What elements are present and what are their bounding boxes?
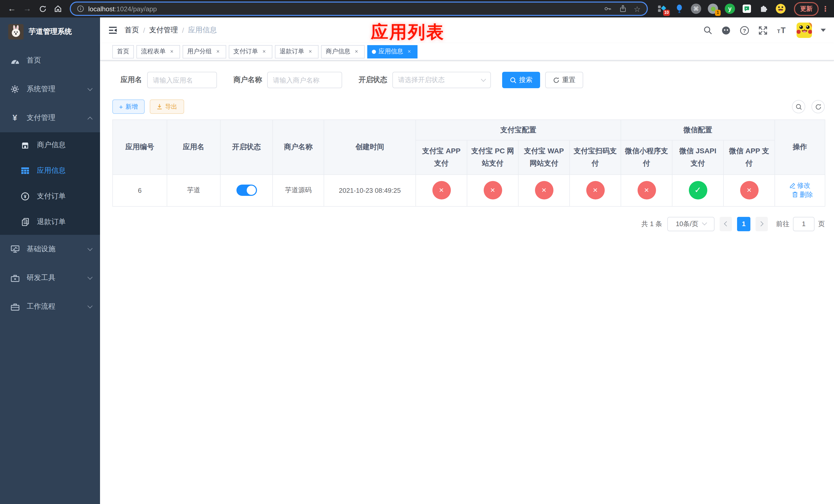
tab-退款订单[interactable]: 退款订单× (275, 45, 319, 58)
avatar-dropdown-caret[interactable] (821, 29, 826, 32)
tab-商户信息[interactable]: 商户信息× (321, 45, 365, 58)
browser-update-button[interactable]: 更新 (794, 2, 819, 16)
navbar-actions: ? TT (703, 23, 826, 38)
breadcrumb-item[interactable]: 支付管理 (149, 26, 178, 35)
sidebar-item-system[interactable]: 系统管理 (0, 75, 100, 104)
tab-close-icon[interactable]: × (168, 48, 175, 55)
extension-command-icon[interactable]: ⌘ (691, 4, 701, 14)
alipay-app-status-icon: × (432, 181, 451, 200)
tab-首页[interactable]: 首页 (112, 45, 134, 58)
password-key-icon[interactable] (603, 5, 612, 13)
annotation-text: 应用列表 (371, 21, 445, 44)
active-tab-dot (372, 49, 376, 53)
reset-button[interactable]: 重置 (545, 72, 583, 88)
browser-toolbar: ← → localhost:1024/pay/app ☆ 10 (0, 0, 834, 18)
filter-form: 应用名 商户名称 开启状态 请选择开启状态 (112, 72, 825, 88)
prev-page-button[interactable] (720, 216, 732, 231)
user-avatar[interactable] (796, 23, 812, 38)
help-icon[interactable]: ? (740, 25, 749, 35)
sidebar-item-app-info[interactable]: 应用信息 (0, 158, 100, 184)
breadcrumb-separator: / (182, 26, 184, 35)
total-count: 共 1 条 (641, 219, 662, 228)
chevron-up-icon (87, 116, 93, 121)
profile-emoji-avatar[interactable] (775, 4, 786, 14)
merchant-name-label: 商户名称 (233, 75, 262, 85)
search-icon (795, 103, 802, 110)
status-toggle[interactable] (236, 185, 257, 196)
sidebar-item-payment[interactable]: ¥ 支付管理 (0, 104, 100, 132)
apps-table: 应用编号 应用名 开启状态 商户名称 创建时间 支付宝配置 微信配置 操作 支付… (112, 119, 825, 206)
page-content: 应用名 商户名称 开启状态 请选择开启状态 (100, 61, 834, 504)
home-icon (54, 5, 62, 13)
page-number-1[interactable]: 1 (737, 216, 750, 231)
extensions-puzzle-icon[interactable] (759, 4, 769, 14)
balloon-glyph (675, 4, 683, 13)
url-bar[interactable]: localhost:1024/pay/app ☆ (70, 2, 648, 16)
chevron-right-icon (758, 221, 764, 226)
cell-app-name: 芋道 (167, 174, 220, 206)
site-info-icon[interactable] (77, 5, 84, 12)
sidebar-item-home[interactable]: 首页 (0, 46, 100, 75)
col-alipay-wap: 支付宝 WAP 网站支付 (518, 140, 570, 174)
share-icon[interactable] (619, 5, 627, 13)
sidebar-item-infrastructure[interactable]: 基础设施 (0, 235, 100, 264)
edit-link[interactable]: 修改 (789, 181, 810, 190)
browser-forward-button[interactable]: → (21, 2, 34, 15)
browser-home-button[interactable] (51, 2, 65, 15)
toggle-search-button[interactable] (792, 100, 805, 113)
col-alipay-qr: 支付宝扫码支付 (570, 140, 621, 174)
fullscreen-icon[interactable] (758, 25, 768, 35)
pagination: 共 1 条 10条/页 1 前往 页 (112, 216, 825, 231)
browser-back-button[interactable]: ← (5, 2, 19, 15)
sidebar-item-workflow[interactable]: 工作流程 (0, 292, 100, 321)
sidebar-item-refund-orders[interactable]: 退款订单 (0, 209, 100, 235)
extension-recorder-icon[interactable]: 1 (708, 4, 718, 14)
extension-balloon-icon[interactable] (674, 4, 684, 14)
merchant-name-input[interactable] (267, 72, 342, 88)
status-select[interactable]: 请选择开启状态 (392, 72, 491, 88)
font-size-icon[interactable]: TT (776, 26, 788, 35)
extension-y-icon[interactable]: y (725, 4, 735, 14)
sidebar-item-pay-orders[interactable]: ¥ 支付订单 (0, 184, 100, 209)
wechat-jsapi-status-icon: ✓ (688, 181, 707, 200)
sidebar-item-label: 支付管理 (27, 113, 56, 122)
tab-close-icon[interactable]: × (353, 48, 360, 55)
page-size-select[interactable]: 10条/页 (667, 216, 715, 231)
breadcrumb-item[interactable]: 首页 (125, 26, 139, 35)
sidebar-logo[interactable]: 芋道管理系统 (0, 18, 100, 46)
tab-close-icon[interactable]: × (214, 48, 222, 55)
next-page-button[interactable] (755, 216, 768, 231)
sidebar-item-merchant-info[interactable]: 商户信息 (0, 132, 100, 158)
export-button[interactable]: 导出 (150, 99, 184, 114)
tags-view: 首页流程表单×用户分组×支付订单×退款订单×商户信息×应用信息× (100, 43, 834, 61)
header-search-icon[interactable] (703, 26, 712, 35)
tab-应用信息[interactable]: 应用信息× (367, 45, 418, 58)
extension-kanban-icon[interactable]: 10 (657, 4, 667, 14)
sidebar-collapse-button[interactable] (108, 26, 117, 35)
extension-chat-icon[interactable] (742, 4, 752, 14)
chevron-down-icon (702, 220, 707, 225)
app-name-input[interactable] (147, 72, 217, 88)
tab-支付订单[interactable]: 支付订单× (229, 45, 272, 58)
goto-page-input[interactable] (793, 216, 814, 231)
tab-流程表单[interactable]: 流程表单× (136, 45, 180, 58)
delete-link[interactable]: 删除 (792, 190, 813, 200)
logo-image (8, 24, 24, 40)
chevron-down-icon (87, 275, 93, 280)
emoji-glyph (775, 4, 786, 14)
tab-用户分组[interactable]: 用户分组× (182, 45, 226, 58)
gear-icon (10, 85, 20, 93)
tab-close-icon[interactable]: × (406, 48, 413, 55)
refresh-icon (815, 103, 821, 110)
bookmark-star-icon[interactable]: ☆ (634, 5, 641, 13)
github-icon[interactable] (721, 25, 731, 35)
add-button[interactable]: + 新增 (112, 99, 145, 114)
tab-close-icon[interactable]: × (307, 48, 314, 55)
refresh-table-button[interactable] (811, 100, 825, 113)
group-alipay-config: 支付宝配置 (416, 120, 621, 140)
browser-reload-button[interactable] (36, 2, 49, 15)
search-button[interactable]: 搜索 (502, 72, 540, 88)
sidebar-item-dev-tools[interactable]: 研发工具 (0, 264, 100, 292)
tab-close-icon[interactable]: × (261, 48, 268, 55)
browser-menu-icon[interactable]: ⋮ (822, 5, 829, 13)
